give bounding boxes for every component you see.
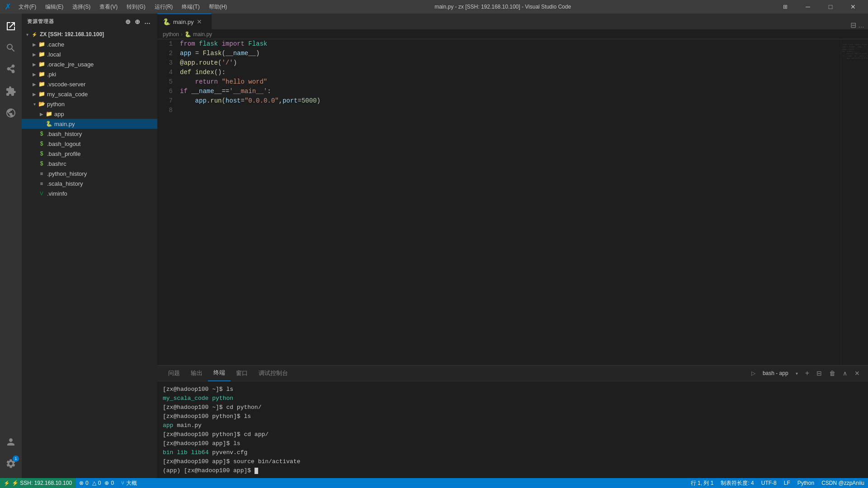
code-line-3: @app.route('/') xyxy=(180,58,832,68)
sidebar-actions[interactable]: ⊕ ⊕ … xyxy=(124,17,152,26)
branch-name: 大概 xyxy=(126,479,137,487)
status-encoding[interactable]: UTF-8 xyxy=(758,478,780,488)
panel-tab-window[interactable]: 窗口 xyxy=(231,366,253,381)
menu-terminal[interactable]: 终端(T) xyxy=(178,2,203,12)
tree-item-vscode-server[interactable]: ▶ 📁 .vscode-server xyxy=(22,79,157,89)
line-ending-label: LF xyxy=(784,480,790,486)
term-line-10: (app) [zx@hadoop100 app]$ xyxy=(163,466,863,475)
activity-settings[interactable]: 1 xyxy=(0,453,22,474)
tree-item-python-history[interactable]: ▶ ≡ .python_history xyxy=(22,169,157,178)
terminal-add-icon[interactable]: + xyxy=(802,368,812,378)
status-errors[interactable]: ⊗ 0 △ 0 ⊕ 0 xyxy=(75,478,118,488)
terminal-content[interactable]: [zx@hadoop100 ~]$ ls my_scala_code pytho… xyxy=(157,381,868,478)
tree-item-scala-history[interactable]: ▶ ≡ .scala_history xyxy=(22,178,157,188)
terminal-panel: 问题 输出 终端 窗口 调试控制台 ▷ bash - app ▾ xyxy=(157,365,868,478)
bash-profile-icon: $ xyxy=(38,150,45,157)
root-label: ZX [SSH: 192.168.10.100] xyxy=(40,31,104,38)
language-label: Python xyxy=(797,480,814,486)
tree-item-bashrc[interactable]: ▶ $ .bashrc xyxy=(22,159,157,169)
new-file-icon[interactable]: ⊕ xyxy=(124,17,132,26)
menu-file[interactable]: 文件(F) xyxy=(15,2,40,12)
tree-item-pki[interactable]: ▶ 📁 .pki xyxy=(22,69,157,79)
python-history-label: .python_history xyxy=(47,170,87,177)
status-position[interactable]: 行 1, 列 1 xyxy=(687,478,717,488)
menu-help[interactable]: 帮助(H) xyxy=(205,2,231,12)
terminal-dropdown-icon[interactable]: ▾ xyxy=(793,370,801,377)
panel-tab-debug[interactable]: 调试控制台 xyxy=(253,366,293,381)
code-line-8 xyxy=(180,106,832,115)
csdn-label: CSDN @zzpAniiu xyxy=(821,480,864,486)
terminal-instance-label: bash - app xyxy=(760,369,791,377)
layout-button[interactable]: ⊞ xyxy=(775,0,796,14)
terminal-trash-icon[interactable]: 🗑 xyxy=(826,369,838,378)
menu-run[interactable]: 运行(R) xyxy=(151,2,177,12)
status-line-ending[interactable]: LF xyxy=(780,478,794,488)
tree-item-bash-history[interactable]: ▶ $ .bash_history xyxy=(22,129,157,139)
status-language[interactable]: Python xyxy=(794,478,818,488)
panel-tab-output[interactable]: 输出 xyxy=(185,366,208,381)
status-tabsize[interactable]: 制表符长度: 4 xyxy=(717,478,757,488)
status-ssh[interactable]: ⚡ ⚡ SSH: 192.168.10.100 xyxy=(0,478,75,488)
error-icon: ⊗ xyxy=(79,480,84,486)
tree-item-bash-logout[interactable]: ▶ $ .bash_logout xyxy=(22,139,157,149)
app-folder-icon: 📁 xyxy=(45,110,52,117)
status-branch[interactable]: ⑂ 大概 xyxy=(118,478,141,488)
tree-item-local[interactable]: ▶ 📁 .local xyxy=(22,49,157,59)
tab-main-py[interactable]: 🐍 main.py ✕ xyxy=(157,14,212,29)
menu-edit[interactable]: 编辑(E) xyxy=(42,2,67,12)
terminal-split-icon[interactable]: ⊟ xyxy=(814,369,825,378)
tree-item-main-py[interactable]: ▶ 🐍 main.py xyxy=(22,119,157,129)
activity-remote[interactable] xyxy=(0,102,22,124)
tab-close-button[interactable]: ✕ xyxy=(197,19,202,25)
tree-item-viminfo[interactable]: ▶ V .viminfo xyxy=(22,188,157,198)
tree-root[interactable]: ▾ ⚡ ZX [SSH: 192.168.10.100] xyxy=(22,29,157,39)
activity-source-control[interactable] xyxy=(0,59,22,80)
tree-item-scala[interactable]: ▶ 📁 my_scala_code xyxy=(22,89,157,99)
info-count: 0 xyxy=(111,480,114,486)
window-controls[interactable]: ⊞ ─ □ ✕ xyxy=(775,0,863,14)
pki-label: .pki xyxy=(47,71,56,78)
term-line-6: [zx@hadoop100 python]$ cd app/ xyxy=(163,430,863,439)
menu-select[interactable]: 选择(S) xyxy=(69,2,94,12)
tree-item-cache[interactable]: ▶ 📁 .cache xyxy=(22,39,157,49)
close-button[interactable]: ✕ xyxy=(843,0,863,14)
breadcrumb-mainpy[interactable]: 🐍 main.py xyxy=(184,31,212,38)
breadcrumb-python[interactable]: python xyxy=(163,31,179,38)
terminal-close-icon[interactable]: ✕ xyxy=(852,369,863,378)
new-folder-icon[interactable]: ⊕ xyxy=(134,17,142,26)
menu-view[interactable]: 查看(V) xyxy=(96,2,121,12)
more-actions-icon[interactable]: … xyxy=(143,17,152,26)
oracle-label: .oracle_jre_usage xyxy=(47,61,94,68)
activity-explorer[interactable] xyxy=(0,15,22,37)
code-line-2: app = Flask(__name__) xyxy=(180,49,832,58)
editor-more-icon[interactable]: … xyxy=(858,22,864,29)
panel-tab-problems[interactable]: 问题 xyxy=(163,366,185,381)
line-numbers: 1 2 3 4 5 6 7 8 xyxy=(157,39,180,365)
tree-item-app[interactable]: ▶ 📁 app xyxy=(22,109,157,119)
editor-layout-icon[interactable]: ⊟ xyxy=(850,21,856,29)
viminfo-label: .viminfo xyxy=(47,190,67,197)
code-editor[interactable]: 1 2 3 4 5 6 7 8 from flask import Flask … xyxy=(157,39,841,365)
app-arrow: ▶ xyxy=(38,110,45,117)
menu-goto[interactable]: 转到(G) xyxy=(123,2,149,12)
tree-item-oracle[interactable]: ▶ 📁 .oracle_jre_usage xyxy=(22,59,157,69)
activity-search[interactable] xyxy=(0,37,22,59)
status-csdn[interactable]: CSDN @zzpAniiu xyxy=(818,478,868,488)
menu-bar[interactable]: 文件(F) 编辑(E) 选择(S) 查看(V) 转到(G) 运行(R) 终端(T… xyxy=(15,2,231,12)
panel-tab-terminal[interactable]: 终端 xyxy=(208,366,231,381)
activity-extensions[interactable] xyxy=(0,80,22,102)
tab-py-icon: 🐍 xyxy=(163,18,170,25)
tree-item-bash-profile[interactable]: ▶ $ .bash_profile xyxy=(22,149,157,159)
minimize-button[interactable]: ─ xyxy=(797,0,818,14)
terminal-run-icon[interactable]: ▷ xyxy=(749,369,758,377)
tree-item-python[interactable]: ▾ 📂 python xyxy=(22,99,157,109)
oracle-folder-icon: 📁 xyxy=(38,61,45,68)
terminal-collapse-icon[interactable]: ∧ xyxy=(840,369,850,378)
maximize-button[interactable]: □ xyxy=(820,0,841,14)
code-line-6: if __name__=='__main__': xyxy=(180,87,832,96)
pki-folder-icon: 📁 xyxy=(38,70,45,78)
activity-account[interactable] xyxy=(0,431,22,453)
editor-area: 🐍 main.py ✕ ⊟ … python › 🐍 main.py 1 xyxy=(157,14,868,478)
python-arrow: ▾ xyxy=(31,100,38,108)
breadcrumb-sep1: › xyxy=(181,31,183,38)
